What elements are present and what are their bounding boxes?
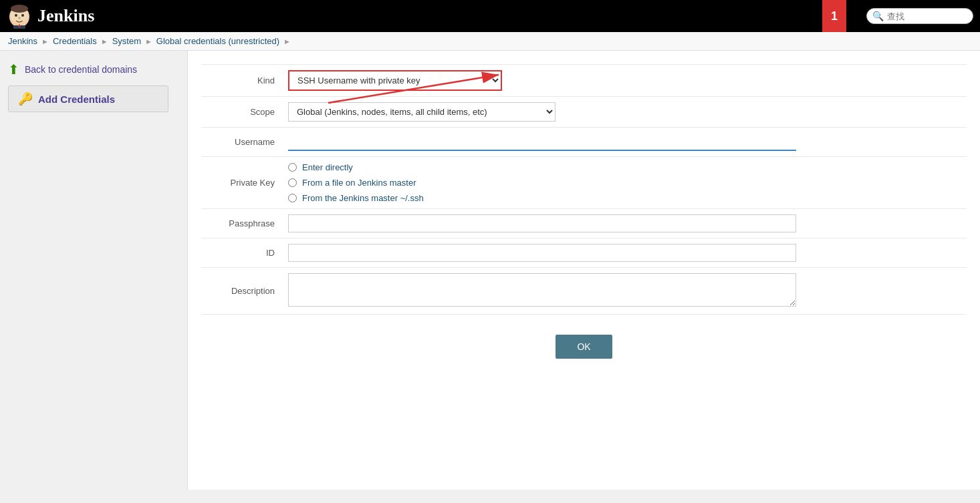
breadcrumb-sep-3: ► (145, 37, 152, 45)
breadcrumb-system[interactable]: System (112, 36, 141, 46)
scope-select[interactable]: Global (Jenkins, nodes, items, all child… (288, 102, 556, 122)
kind-select[interactable]: SSH Username with private key Username w… (288, 70, 502, 91)
svg-point-4 (21, 14, 24, 17)
scope-cell: Global (Jenkins, nodes, items, all child… (281, 97, 967, 128)
logo-area: Jenkins (7, 3, 94, 29)
kind-cell: SSH Username with private key Username w… (281, 65, 967, 97)
sidebar: ⬆ Back to credential domains 🔑 Add Crede… (0, 51, 187, 490)
back-link-label: Back to credential domains (25, 64, 137, 75)
form-area: Kind SSH Username with private key Usern… (187, 51, 980, 490)
jenkins-logo-icon (7, 3, 32, 29)
radio-from-ssh-input[interactable] (288, 194, 297, 202)
description-textarea[interactable] (288, 273, 796, 307)
search-box[interactable]: 🔍 (866, 8, 973, 24)
private-key-label: Private Key (201, 157, 281, 209)
username-row: Username (201, 128, 967, 157)
username-cell (281, 128, 967, 157)
svg-point-3 (15, 14, 17, 17)
radio-from-file-input[interactable] (288, 178, 297, 187)
radio-enter-directly-label: Enter directly (302, 162, 353, 172)
username-label: Username (201, 128, 281, 157)
radio-from-ssh-label: From the Jenkins master ~/.ssh (302, 193, 424, 203)
main-content: ⬆ Back to credential domains 🔑 Add Crede… (0, 51, 980, 490)
username-input[interactable] (288, 133, 796, 151)
radio-from-ssh[interactable]: From the Jenkins master ~/.ssh (288, 193, 960, 203)
radio-from-file[interactable]: From a file on Jenkins master (288, 178, 960, 188)
radio-from-file-label: From a file on Jenkins master (302, 178, 416, 188)
passphrase-label: Passphrase (201, 209, 281, 238)
breadcrumb-global[interactable]: Global credentials (unrestricted) (156, 36, 279, 46)
passphrase-row: Passphrase (201, 209, 967, 238)
id-input[interactable] (288, 244, 796, 262)
kind-label: Kind (201, 65, 281, 97)
credentials-form: Kind SSH Username with private key Usern… (201, 64, 967, 315)
add-credentials-label: Add Credentials (38, 94, 115, 105)
add-credentials-button[interactable]: 🔑 Add Credentials (8, 86, 168, 112)
private-key-row: Private Key Enter directly From a file o… (201, 157, 967, 209)
search-input[interactable] (887, 11, 967, 21)
breadcrumb-credentials[interactable]: Credentials (53, 36, 97, 46)
jenkins-title: Jenkins (37, 6, 94, 26)
svg-point-2 (11, 5, 28, 13)
description-cell (281, 268, 967, 315)
key-icon: 🔑 (18, 92, 33, 106)
scope-row: Scope Global (Jenkins, nodes, items, all… (201, 97, 967, 128)
id-label: ID (201, 238, 281, 268)
radio-enter-directly[interactable]: Enter directly (288, 162, 960, 172)
private-key-cell: Enter directly From a file on Jenkins ma… (281, 157, 967, 209)
breadcrumb-jenkins[interactable]: Jenkins (8, 36, 37, 46)
ok-button[interactable]: OK (556, 335, 612, 359)
breadcrumb: Jenkins ► Credentials ► System ► Global … (0, 32, 980, 51)
breadcrumb-sep-4: ► (283, 37, 291, 45)
private-key-radio-group: Enter directly From a file on Jenkins ma… (288, 162, 960, 203)
back-to-credential-domains-link[interactable]: ⬆ Back to credential domains (8, 61, 179, 77)
notification-badge[interactable]: 1 (822, 0, 846, 32)
header: Jenkins 1 🔍 (0, 0, 980, 32)
ok-btn-row: OK (201, 335, 967, 359)
search-icon: 🔍 (872, 11, 884, 21)
breadcrumb-sep-1: ► (41, 37, 49, 45)
kind-row: Kind SSH Username with private key Usern… (201, 65, 967, 97)
passphrase-input[interactable] (288, 214, 796, 232)
id-cell (281, 238, 967, 268)
radio-enter-directly-input[interactable] (288, 163, 297, 172)
breadcrumb-sep-2: ► (101, 37, 108, 45)
description-label: Description (201, 268, 281, 315)
description-row: Description (201, 268, 967, 315)
id-row: ID (201, 238, 967, 268)
back-arrow-icon: ⬆ (8, 61, 19, 77)
passphrase-cell (281, 209, 967, 238)
scope-label: Scope (201, 97, 281, 128)
svg-point-5 (18, 17, 21, 19)
